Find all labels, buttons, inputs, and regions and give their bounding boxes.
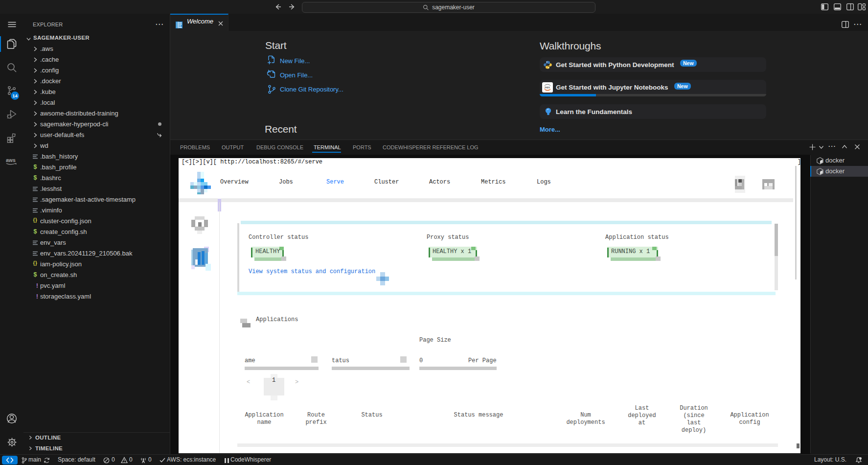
svg-text:aws: aws [6, 157, 16, 163]
svg-text:jupy: jupy [544, 86, 550, 89]
